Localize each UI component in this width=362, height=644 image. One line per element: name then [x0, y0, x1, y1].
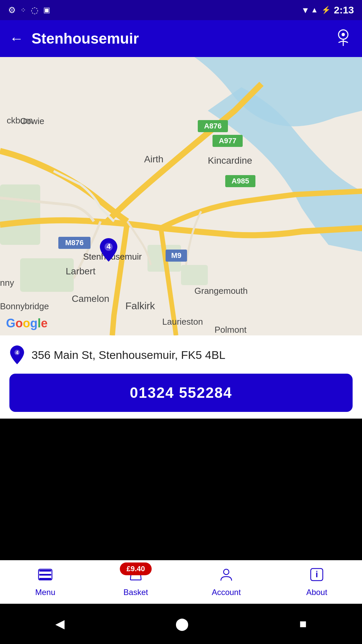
- svg-text:Polmont: Polmont: [215, 325, 247, 335]
- header-left: ← Stenhousemuir: [9, 30, 139, 47]
- svg-rect-38: [39, 574, 51, 576]
- signal-icon: ▲: [311, 6, 318, 14]
- location-header-icon[interactable]: [334, 27, 353, 50]
- android-nav: ◀ ⬤ ■: [0, 604, 362, 644]
- svg-text:4: 4: [107, 242, 111, 251]
- svg-text:Camelon: Camelon: [72, 293, 109, 304]
- nav-item-menu[interactable]: Menu: [0, 560, 90, 604]
- android-back-button[interactable]: ◀: [55, 617, 65, 631]
- basket-wrapper: £9.40: [128, 567, 143, 585]
- svg-text:Laurieston: Laurieston: [162, 317, 203, 327]
- svg-text:Bonnybridge: Bonnybridge: [0, 301, 49, 311]
- svg-text:Airth: Airth: [144, 154, 164, 164]
- settings-icon: ⚙: [8, 5, 16, 15]
- nav-item-account[interactable]: Account: [181, 560, 272, 604]
- account-icon: [219, 567, 234, 585]
- svg-text:Google: Google: [6, 316, 48, 330]
- nav-item-basket[interactable]: £9.40 Basket: [90, 560, 181, 604]
- about-label: About: [306, 588, 327, 597]
- svg-rect-6: [181, 265, 208, 285]
- header: ← Stenhousemuir: [0, 20, 362, 57]
- account-label: Account: [212, 588, 241, 597]
- address-pin-icon: 4: [9, 345, 25, 364]
- svg-text:Kincardine: Kincardine: [208, 155, 252, 166]
- svg-text:M876: M876: [65, 238, 83, 247]
- android-home-button[interactable]: ⬤: [175, 617, 189, 631]
- svg-text:4: 4: [16, 350, 18, 355]
- svg-text:nny: nny: [0, 278, 14, 288]
- svg-text:Grangemouth: Grangemouth: [194, 286, 248, 296]
- about-icon: i: [309, 567, 324, 585]
- svg-text:Larbert: Larbert: [66, 266, 96, 276]
- address-text: 356 Main St, Stenhousemuir, FK5 4BL: [32, 348, 225, 362]
- svg-text:i: i: [315, 569, 318, 579]
- status-bar-right: ▾ ▲ ⚡ 2:13: [303, 4, 354, 16]
- svg-text:A977: A977: [219, 137, 237, 145]
- svg-point-1: [342, 33, 345, 36]
- basket-badge: £9.40: [120, 562, 152, 575]
- menu-label: Menu: [35, 588, 55, 597]
- status-bar-left: ⚙ ⁘ ◌ ▣: [8, 5, 50, 15]
- svg-rect-37: [39, 570, 51, 572]
- wifi-icon: ▾: [303, 5, 307, 15]
- back-button[interactable]: ←: [9, 31, 23, 47]
- info-section: 4 356 Main St, Stenhousemuir, FK5 4BL 01…: [0, 335, 362, 419]
- nav-item-about[interactable]: i About: [272, 560, 362, 604]
- clock: 2:13: [334, 4, 354, 16]
- battery-icon: ⚡: [321, 6, 330, 14]
- svg-text:ckburn: ckburn: [7, 115, 33, 125]
- bottom-nav: Menu £9.40 Basket Account: [0, 560, 362, 604]
- svg-point-41: [224, 569, 229, 575]
- address-row: 4 356 Main St, Stenhousemuir, FK5 4BL: [9, 345, 353, 364]
- android-recent-button[interactable]: ■: [299, 617, 307, 631]
- circle-icon: ◌: [31, 5, 39, 15]
- phone-button[interactable]: 01324 552284: [9, 374, 353, 412]
- sd-icon: ▣: [43, 6, 50, 14]
- svg-rect-3: [0, 184, 40, 245]
- status-bar: ⚙ ⁘ ◌ ▣ ▾ ▲ ⚡ 2:13: [0, 0, 362, 20]
- svg-text:A985: A985: [232, 177, 249, 185]
- dots-icon: ⁘: [20, 6, 26, 14]
- header-title: Stenhousemuir: [32, 30, 139, 47]
- phone-number: 01324 552284: [130, 384, 232, 401]
- svg-text:M9: M9: [171, 251, 182, 260]
- menu-icon: [38, 567, 53, 585]
- svg-rect-39: [39, 578, 51, 580]
- svg-text:Falkirk: Falkirk: [125, 300, 155, 311]
- svg-text:A876: A876: [204, 122, 222, 130]
- map-container[interactable]: A876 A977 A985 M876 M9 Cowie ckburn Airt…: [0, 57, 362, 335]
- basket-label: Basket: [123, 588, 148, 597]
